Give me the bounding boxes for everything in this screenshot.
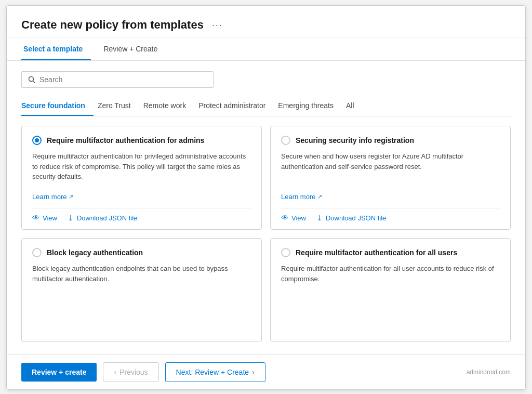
download-icon2: ⤓	[316, 214, 323, 222]
card2-download-btn[interactable]: ⤓ Download JSON file	[316, 214, 386, 222]
card1-radio[interactable]	[32, 136, 42, 145]
search-icon	[28, 76, 35, 83]
card3-header: Block legacy authentication	[32, 248, 251, 257]
card3-radio[interactable]	[32, 248, 42, 257]
cat-tab-all[interactable]: All	[346, 97, 363, 116]
card2-header: Securing security info registration	[281, 136, 500, 145]
view-icon: 👁	[32, 214, 39, 222]
card1-radio-inner	[35, 138, 39, 142]
card2-radio[interactable]	[281, 136, 290, 145]
card3-desc: Block legacy authentication endpoints th…	[32, 264, 251, 329]
watermark: admindroid.com	[467, 369, 511, 376]
cat-tab-secure-foundation[interactable]: Secure foundation	[21, 97, 94, 116]
chevron-right-icon: ›	[252, 368, 255, 376]
review-create-button[interactable]: Review + create	[21, 363, 97, 382]
tab-select-template[interactable]: Select a template	[21, 37, 91, 60]
cat-tab-zero-trust[interactable]: Zero Trust	[98, 97, 139, 116]
card1-actions: 👁 View ⤓ Download JSON file	[32, 208, 251, 222]
view-icon2: 👁	[281, 214, 288, 222]
main-tabs: Select a template Review + Create	[7, 37, 525, 61]
external-link-icon: ↗	[69, 193, 73, 200]
chevron-left-icon: ‹	[114, 368, 116, 376]
card1-desc: Require multifactor authentication for p…	[32, 151, 251, 188]
card3-title: Block legacy authentication	[47, 248, 143, 257]
download-icon: ⤓	[68, 214, 74, 222]
card4-title: Require multifactor authentication for a…	[296, 248, 457, 257]
cards-grid: Require multifactor authentication for a…	[21, 126, 511, 342]
tab-review-create[interactable]: Review + Create	[101, 37, 166, 60]
svg-line-1	[33, 81, 35, 83]
card1-learn-more[interactable]: Learn more ↗	[32, 193, 251, 201]
search-box	[21, 71, 214, 88]
main-window: Create new policy from templates ··· Sel…	[6, 5, 526, 390]
card2-view-btn[interactable]: 👁 View	[281, 214, 306, 222]
card2-learn-more[interactable]: Learn more ↗	[281, 193, 500, 201]
card4-header: Require multifactor authentication for a…	[281, 248, 500, 257]
footer: Review + create ‹ Previous Next: Review …	[7, 354, 525, 389]
card2-title: Securing security info registration	[296, 136, 414, 145]
cat-tab-protect-admin[interactable]: Protect administrator	[198, 97, 274, 116]
search-input[interactable]	[39, 75, 207, 84]
category-tabs: Secure foundation Zero Trust Remote work…	[21, 97, 511, 116]
card2-actions: 👁 View ⤓ Download JSON file	[281, 208, 500, 222]
card-security-info[interactable]: Securing security info registration Secu…	[270, 126, 511, 230]
card1-header: Require multifactor authentication for a…	[32, 136, 251, 145]
cat-tab-remote-work[interactable]: Remote work	[143, 97, 194, 116]
card1-download-btn[interactable]: ⤓ Download JSON file	[68, 214, 137, 222]
previous-button[interactable]: ‹ Previous	[103, 362, 158, 382]
next-button[interactable]: Next: Review + Create ›	[165, 362, 265, 382]
card4-radio[interactable]	[281, 248, 290, 257]
card2-desc: Secure when and how users register for A…	[281, 151, 500, 188]
card-mfa-all-users[interactable]: Require multifactor authentication for a…	[270, 238, 511, 342]
content-area: Secure foundation Zero Trust Remote work…	[7, 61, 525, 354]
page-title: Create new policy from templates	[21, 18, 204, 32]
card1-title: Require multifactor authentication for a…	[47, 136, 204, 145]
cat-tab-emerging-threats[interactable]: Emerging threats	[278, 97, 342, 116]
external-link-icon2: ↗	[317, 193, 322, 200]
header: Create new policy from templates ···	[7, 6, 525, 37]
header-more-icon[interactable]: ···	[212, 20, 223, 31]
card-mfa-admins[interactable]: Require multifactor authentication for a…	[21, 126, 262, 230]
card1-view-btn[interactable]: 👁 View	[32, 214, 57, 222]
card-block-legacy[interactable]: Block legacy authentication Block legacy…	[21, 238, 262, 342]
card4-desc: Require multifactor authentication for a…	[281, 264, 500, 329]
